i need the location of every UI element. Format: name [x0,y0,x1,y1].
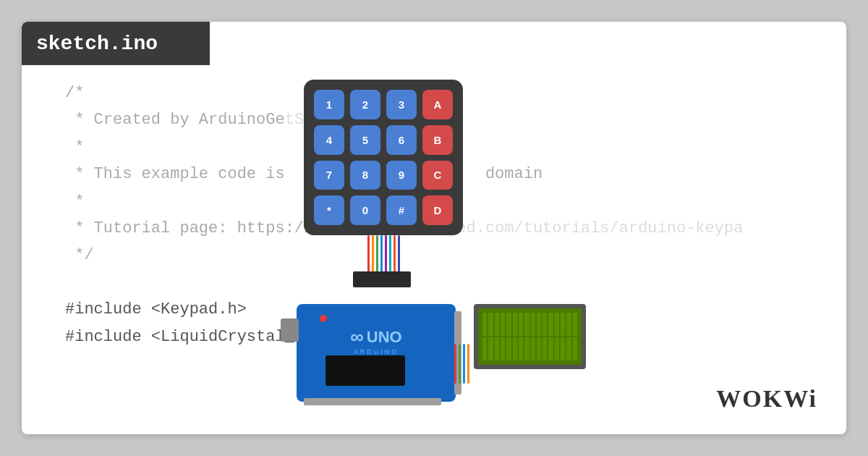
lcd-cell [548,313,553,336]
lcd-cell [506,313,511,336]
lcd-cell [555,337,559,360]
keypad-key-b[interactable]: B [422,125,453,155]
lcd-screen [474,304,586,369]
keypad-key-*[interactable]: * [314,195,344,225]
arduino-bottom-pins [304,398,441,405]
lcd-cell [566,313,571,336]
keypad-key-6[interactable]: 6 [386,125,417,155]
lcd-cell [531,337,535,360]
lcd-cell [513,337,517,360]
lcd-cell [501,313,505,336]
lcd-cell [566,337,571,360]
lcd-cell [573,337,577,360]
keypad-key-9[interactable]: 9 [386,161,417,190]
arduino-brand-label: ARDUINO [350,348,401,355]
lcd-display [478,308,582,365]
lcd-cell [488,313,493,336]
lcd-cell [495,337,499,360]
led-power [320,315,327,322]
keypad-key-a[interactable]: A [422,90,453,119]
usb-connector [281,318,299,342]
lcd-cell [482,337,487,360]
keypad-key-4[interactable]: 4 [314,125,344,155]
lcd-cell [519,337,523,360]
lcd-cell [519,313,523,336]
keypad-key-1[interactable]: 1 [314,90,344,119]
lcd-cell [531,313,535,336]
keypad-key-8[interactable]: 8 [350,161,380,190]
keypad-key-0[interactable]: 0 [350,195,380,225]
lcd-cell [537,337,541,360]
lcd-cell [495,313,499,336]
lcd-cell [555,313,559,336]
lcd-cell [488,337,493,360]
lcd-cell [537,313,541,336]
arduino-uno-label: UNO [367,328,402,347]
header-bar: sketch.ino [22,22,210,65]
wokwi-logo: WOKWi [716,385,817,413]
keypad-key-5[interactable]: 5 [350,125,380,155]
arduino-board: ∞ UNO ARDUINO [297,304,456,402]
keypad-key-2[interactable]: 2 [350,90,380,119]
wokwi-logo-text: WOKWi [716,385,817,412]
keypad: 123A456B789C*0#D [304,80,463,235]
lcd-cell [542,337,547,360]
keypad-key-d[interactable]: D [422,195,453,225]
ic-chip [353,271,411,287]
lcd-cell [524,313,529,336]
keypad-key-#[interactable]: # [386,195,417,225]
arduino-infinity-icon: ∞ [350,326,364,348]
keypad-key-7[interactable]: 7 [314,161,344,190]
ribbon-connector [358,235,409,275]
circuit-container: 123A456B789C*0#D ∞ UNO [275,80,579,398]
header-title: sketch.ino [36,33,158,55]
lcd-cell [501,337,505,360]
lcd-cell [513,313,517,336]
lcd-cell [561,313,565,336]
arduino-logo: ∞ UNO ARDUINO [350,326,401,355]
lcd-cell [506,337,511,360]
main-card: sketch.ino /* * Created by ArduinoGetSta… [22,22,846,434]
lcd-cell [548,337,553,360]
keypad-key-c[interactable]: C [422,161,453,190]
lcd-cell [524,337,529,360]
arduino-main-ic [326,355,405,386]
lcd-cell [561,337,565,360]
lcd-cell [542,313,547,336]
lcd-cell [482,313,487,336]
keypad-key-3[interactable]: 3 [386,90,417,119]
lcd-cell [573,313,577,336]
